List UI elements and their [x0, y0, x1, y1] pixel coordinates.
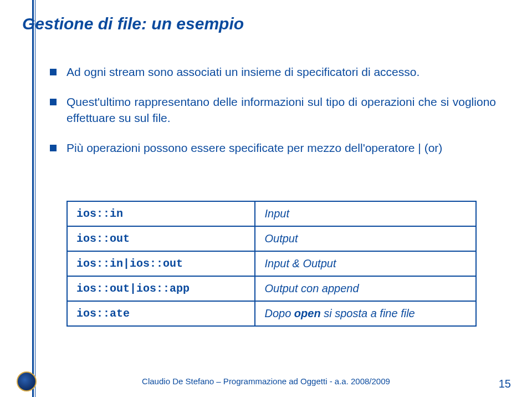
desc-cell: Output con append: [255, 276, 476, 301]
modes-table: ios::in Input ios::out Output ios::in|io…: [66, 201, 477, 327]
bullet-marker-icon: [50, 99, 57, 105]
slide: Gestione di file: un esempio Ad ogni str…: [0, 0, 532, 397]
desc-text: Input & Output: [264, 257, 336, 269]
desc-bold: open: [294, 307, 321, 319]
bullet-text: Quest'ultimo rappresentano delle informa…: [66, 94, 496, 126]
bullet-item: Ad ogni stream sono associati un insieme…: [50, 64, 496, 80]
footer-text: Claudio De Stefano – Programmazione ad O…: [0, 376, 532, 386]
table-row: ios::in|ios::out Input & Output: [67, 251, 476, 276]
desc-text: Output con append: [264, 282, 359, 294]
desc-text: Output: [264, 232, 298, 245]
vertical-rule-thin: [35, 0, 35, 397]
modes-table-wrap: ios::in Input ios::out Output ios::in|io…: [66, 201, 477, 327]
bullet-marker-icon: [50, 145, 57, 151]
bullet-item: Quest'ultimo rappresentano delle informa…: [50, 94, 496, 126]
mode-cell: ios::in|ios::out: [67, 251, 255, 276]
desc-cell: Output: [255, 226, 476, 251]
table-row: ios::out|ios::app Output con append: [67, 276, 476, 301]
table-row: ios::in Input: [67, 201, 476, 226]
table-row: ios::ate Dopo open si sposta a fine file: [67, 301, 476, 326]
mode-cell: ios::ate: [67, 301, 255, 326]
mode-cell: ios::out|ios::app: [67, 276, 255, 301]
desc-cell: Dopo open si sposta a fine file: [255, 301, 476, 326]
table-row: ios::out Output: [67, 226, 476, 251]
bullet-marker-icon: [50, 69, 57, 75]
bullet-text: Ad ogni stream sono associati un insieme…: [66, 64, 496, 80]
content-area: Ad ogni stream sono associati un insieme…: [50, 64, 496, 170]
mode-cell: ios::in: [67, 201, 255, 226]
footer: Claudio De Stefano – Programmazione ad O…: [0, 371, 532, 397]
page-title: Gestione di file: un esempio: [22, 14, 244, 33]
desc-text: Dopo: [264, 307, 294, 319]
desc-cell: Input & Output: [255, 251, 476, 276]
bullet-item: Più operazioni possono essere specificat…: [50, 140, 496, 156]
vertical-rule-thick: [32, 0, 34, 397]
desc-text: si sposta a fine file: [321, 307, 415, 319]
mode-cell: ios::out: [67, 226, 255, 251]
desc-cell: Input: [255, 201, 476, 226]
desc-text: Input: [264, 207, 289, 220]
bullet-text: Più operazioni possono essere specificat…: [66, 140, 496, 156]
page-number: 15: [499, 378, 511, 390]
